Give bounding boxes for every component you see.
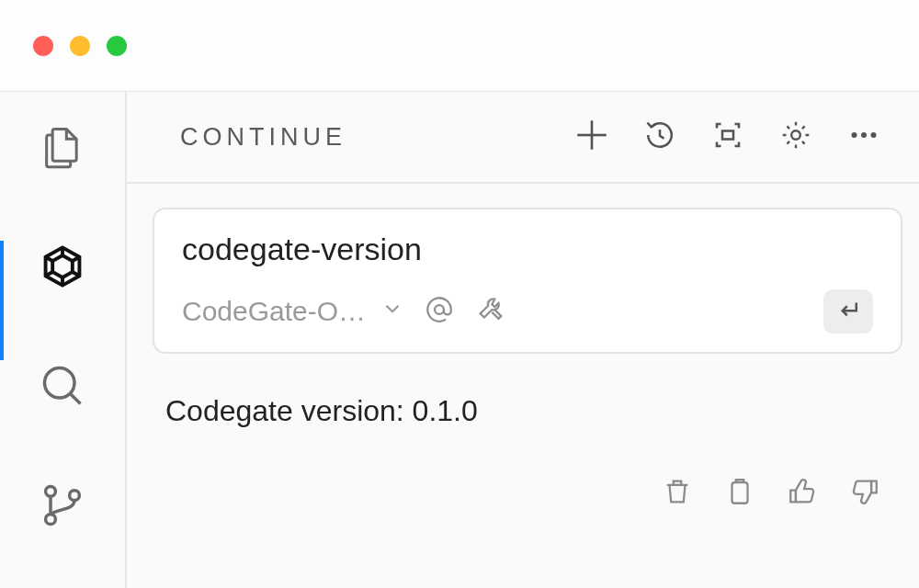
activity-explorer[interactable] — [35, 121, 90, 176]
hexagon-icon — [39, 243, 86, 294]
fullscreen-button[interactable] — [709, 119, 746, 155]
history-button[interactable] — [641, 119, 678, 155]
window-titlebar — [0, 0, 919, 92]
svg-rect-21 — [732, 482, 748, 503]
more-horizontal-icon — [847, 119, 880, 155]
thumbs-up-button[interactable] — [785, 476, 820, 511]
svg-line-9 — [71, 394, 81, 404]
plus-icon — [573, 116, 611, 158]
svg-point-17 — [852, 132, 857, 138]
svg-point-19 — [871, 132, 877, 138]
feedback-row — [153, 476, 902, 511]
svg-point-16 — [791, 130, 800, 140]
window-minimize-button[interactable] — [70, 36, 90, 56]
activity-search[interactable] — [35, 360, 90, 415]
enter-icon — [834, 296, 862, 327]
gear-icon — [779, 119, 812, 155]
thumbs-up-icon — [787, 476, 818, 511]
chevron-down-icon — [380, 296, 404, 327]
thumbs-down-button[interactable] — [847, 476, 882, 511]
git-branch-icon — [39, 481, 86, 533]
svg-rect-15 — [722, 131, 733, 140]
activity-continue[interactable] — [35, 241, 90, 296]
chat-area: codegate-version CodeGate-O… — [127, 184, 919, 511]
search-icon — [39, 362, 86, 413]
window-maximize-button[interactable] — [107, 36, 127, 56]
trash-icon — [662, 476, 693, 511]
svg-marker-1 — [52, 255, 73, 277]
model-selector[interactable]: CodeGate-O… — [182, 296, 404, 327]
fullscreen-icon — [711, 119, 744, 155]
thumbs-down-icon — [849, 476, 880, 511]
chat-input-card: codegate-version CodeGate-O… — [153, 208, 902, 354]
response-text: Codegate version: 0.1.0 — [165, 394, 902, 428]
activity-source-control[interactable] — [35, 480, 90, 535]
svg-point-11 — [46, 514, 56, 525]
at-icon — [424, 294, 455, 329]
model-label: CodeGate-O… — [182, 296, 366, 327]
more-button[interactable] — [845, 119, 882, 155]
settings-button[interactable] — [777, 119, 814, 155]
svg-point-8 — [45, 368, 75, 399]
chat-input[interactable]: codegate-version — [182, 232, 873, 267]
window-close-button[interactable] — [33, 36, 53, 56]
svg-point-18 — [861, 132, 867, 138]
delete-button[interactable] — [660, 476, 695, 511]
svg-point-20 — [435, 305, 444, 314]
history-icon — [643, 119, 676, 155]
files-icon — [39, 123, 86, 175]
active-tab-indicator — [0, 241, 4, 360]
clipboard-icon — [724, 476, 755, 511]
tools-icon — [475, 294, 506, 329]
panel-header: CONTINUE — [127, 92, 919, 184]
activity-bar — [0, 92, 127, 588]
svg-point-12 — [70, 491, 80, 501]
context-at-button[interactable] — [423, 295, 456, 328]
svg-point-10 — [46, 486, 56, 496]
continue-panel: CONTINUE — [127, 92, 919, 588]
tools-button[interactable] — [474, 295, 507, 328]
panel-title: CONTINUE — [180, 123, 346, 152]
copy-button[interactable] — [722, 476, 757, 511]
new-chat-button[interactable] — [573, 119, 610, 155]
send-button[interactable] — [823, 289, 873, 334]
